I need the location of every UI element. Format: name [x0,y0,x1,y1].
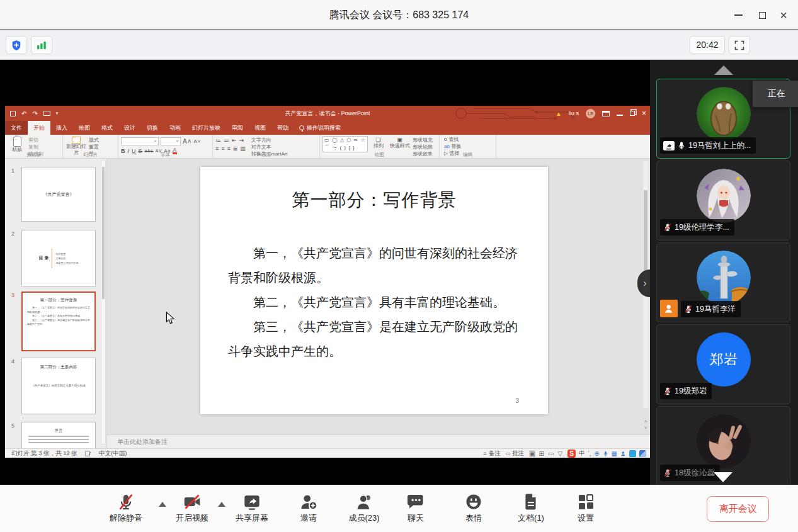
ime-keyboard-icon[interactable]: ▦ [612,450,617,457]
language-status[interactable]: 中文(中国) [99,450,127,458]
tab-insert[interactable]: 插入 [50,121,73,135]
reset-button[interactable]: 重置 [89,144,99,150]
shapes-gallery[interactable]: ▭ ◯ △ ⬡ ⇨ ☆⌒ 〜 ( ) { } [322,136,368,152]
scroll-down-arrow[interactable] [714,472,732,482]
docs-button[interactable]: 文档(1) [507,493,555,524]
start-video-button[interactable]: 开启视频 [168,493,216,524]
thumbnail-text-lines [22,436,95,443]
avatar [697,251,751,305]
tab-design[interactable]: 设计 [118,121,141,135]
ppt-close-icon[interactable]: × [642,109,646,118]
notes-toggle[interactable]: ≐ 备注 [483,450,501,458]
cut-button[interactable]: 剪切 [28,137,43,144]
chat-button[interactable]: 聊天 [392,493,440,524]
ribbon-display-icon[interactable] [602,111,610,116]
participant-tile-4[interactable]: 郑岩 19级郑岩 [656,324,790,404]
columns-icon[interactable]: ▥ [240,145,246,152]
comments-toggle[interactable]: ▭ 批注 [506,450,524,458]
tab-format[interactable]: 格式 [96,121,118,135]
ime-voice-icon[interactable] [603,450,608,457]
maximize-button[interactable] [754,7,770,23]
slide-sorter-icon[interactable]: ⊞ [539,450,544,457]
participant-tile-2[interactable]: 19级伦理学李... [656,161,790,241]
tab-view[interactable]: 视图 [249,121,271,135]
tab-animations[interactable]: 动画 [164,121,186,135]
ime-mode-icon[interactable]: 中 [579,450,584,458]
tab-file[interactable]: 文件 [5,121,28,135]
ime-toolbox-icon[interactable] [639,450,646,457]
bullets-icon[interactable]: ≔ [215,137,222,144]
settings-button[interactable]: 设置 [562,493,610,524]
ime-fullwidth-icon[interactable]: ⊕ [594,450,599,457]
current-slide-canvas[interactable]: 第一部分：写作背景 第一，《共产党宣言》的问世有深刻的社会经济背景和阶级根源。 … [200,167,548,414]
tab-review[interactable]: 审阅 [226,121,249,135]
layout-button[interactable]: 版式 [89,137,99,144]
tell-me-search[interactable]: 操作说明搜索 [299,121,341,135]
slideshow-view-icon[interactable]: ▽ [557,450,562,457]
slide-thumbnail-4[interactable]: 第二部分：主要内容 《共产党宣言》由序言和正文两个部分组成 [21,358,96,414]
justify-icon[interactable]: ≣ [233,145,239,152]
slide-thumbnail-1[interactable]: 《共产党宣言》 [21,167,96,222]
participant-tile-3[interactable]: 19马哲李洋 [656,242,790,322]
tab-slideshow[interactable]: 幻灯片放映 [186,121,226,135]
find-button[interactable]: 查找 [444,137,493,143]
meeting-security-button[interactable] [6,36,27,54]
ime-account-icon[interactable] [620,451,626,456]
slide-thumbnail-2[interactable]: 目 录 写作背景 主要内容 现实意义与当代价值 [21,230,96,286]
align-right-icon[interactable]: ≡ [227,145,231,152]
ppt-account-name[interactable]: liu s [569,110,579,116]
arrange-button[interactable]: ❏ 排列 [368,137,389,149]
grow-font-icon[interactable]: A˄ [183,138,192,145]
ime-skin-icon[interactable] [629,450,636,457]
copy-button[interactable]: 复制 [28,144,43,150]
tab-transitions[interactable]: 切换 [141,121,164,135]
ppt-restore-icon[interactable] [630,111,635,116]
shrink-font-icon[interactable]: A˅ [194,139,202,144]
indent-decrease-icon[interactable]: ⇤ [232,137,237,144]
notes-placeholder[interactable]: 单击此处添加备注 [107,434,650,448]
invite-button[interactable]: 邀请 [285,493,333,524]
ime-punct-icon[interactable]: ’, [588,450,591,457]
share-screen-button[interactable]: 共享屏幕 [228,493,276,524]
numbering-icon[interactable]: ≕ [224,137,230,144]
slide-thumbnail-3-current[interactable]: 第一部分：写作背景 第一，《共产党宣言》的问世有深刻的社会经济背景和阶级根源。 … [21,291,96,351]
slide-nav-arrows[interactable]: ˄˅ [642,419,649,431]
mic-options-caret[interactable] [159,502,166,507]
text-direction-button[interactable]: 文字方向 [251,137,288,144]
ppt-account-avatar[interactable]: LS [586,109,595,118]
leave-meeting-button[interactable]: 离开会议 [707,496,769,522]
tab-help[interactable]: 帮助 [271,121,294,135]
reading-view-icon[interactable]: ▭ [548,450,554,457]
unmute-button[interactable]: 解除静音 [102,493,150,524]
network-status-button[interactable] [31,36,52,54]
tab-draw[interactable]: 绘图 [73,121,96,135]
font-size-dropdown[interactable] [161,137,181,145]
avatar: 郑岩 [697,332,751,387]
window-titlebar: 腾讯会议 会议号：683 325 174 × [0,0,798,30]
spellcheck-icon[interactable] [85,450,91,456]
slide-thumbnail-5[interactable]: 序言 [21,422,96,448]
sogou-logo-icon[interactable]: S [567,450,576,458]
scroll-up-arrow[interactable] [714,65,733,75]
align-center-icon[interactable]: ≡ [221,145,225,152]
emoji-button[interactable]: 表情 [450,493,498,524]
indent-increase-icon[interactable]: ⇥ [239,137,245,144]
tab-home[interactable]: 开始 [28,121,50,135]
align-text-button[interactable]: 对齐文本 [251,144,288,150]
members-button[interactable]: 成员(23) [340,493,388,524]
align-left-icon[interactable]: ≡ [215,145,219,152]
ppt-minimize-icon[interactable] [617,115,623,116]
ime-toolbar[interactable]: S 中 ’, ⊕ ▦ [567,450,646,458]
font-name-dropdown[interactable] [121,137,159,145]
minimize-button[interactable] [730,7,746,23]
quick-styles-button[interactable]: ▣ 快速样式 [389,137,411,149]
thumbnail-scrollbar[interactable] [101,160,106,444]
slide-page-number: 3 [515,397,519,404]
fullscreen-button[interactable] [729,36,750,54]
shape-outline-button[interactable]: 形状轮廓 [413,144,433,150]
close-button[interactable]: × [775,7,792,23]
shape-fill-button[interactable]: 形状填充 [413,137,433,144]
normal-view-icon[interactable]: ▣ [529,450,535,457]
replace-button[interactable]: ab 替换 [444,144,493,150]
video-options-caret[interactable] [218,502,225,507]
